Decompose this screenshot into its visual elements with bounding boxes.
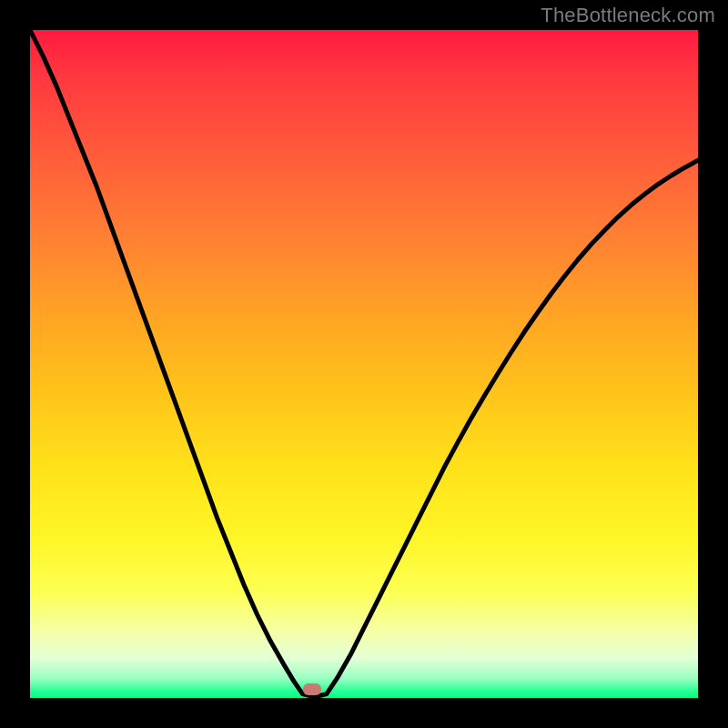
chart-frame: TheBottleneck.com <box>0 0 728 728</box>
bottleneck-curve <box>30 30 698 696</box>
minimum-marker <box>303 683 321 695</box>
plot-area <box>30 30 698 698</box>
curve-svg <box>30 30 698 698</box>
watermark-text: TheBottleneck.com <box>541 4 715 27</box>
